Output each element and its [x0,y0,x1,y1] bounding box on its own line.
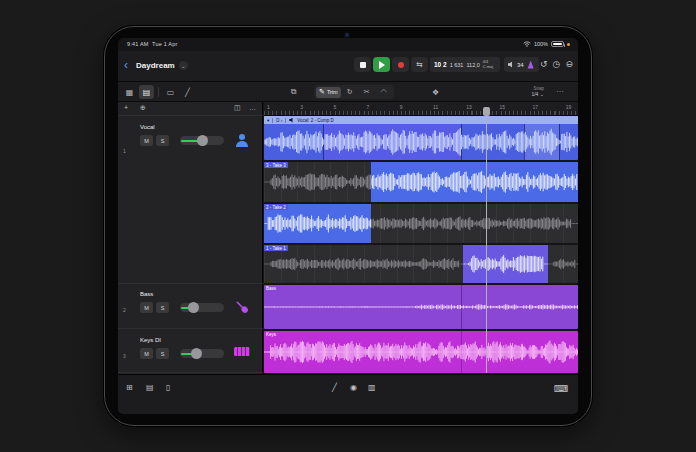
settings-icon[interactable]: ⊖ [565,58,573,70]
vocal-comp-waveform [264,124,578,160]
solo-button[interactable]: S [156,135,169,146]
track-header-keys[interactable]: 3 Keys DI M S [118,331,263,373]
ipad-device-frame: 9:41 AM Tue 1 Apr 100% ‹ Daydr [104,26,592,426]
fader-strip-icon[interactable]: ▯ [166,383,170,392]
take-lane-3[interactable]: 3 - Take 3 [264,162,578,202]
track-name: Bass [140,291,153,297]
track-name: Vocal [140,124,155,130]
wifi-icon [523,41,531,47]
plugin-knob-icon[interactable]: ◉ [350,383,357,392]
take-folder-header[interactable]: ▾ D › Vocal: 2 - Comp D [264,116,578,124]
tracks-view-icon[interactable]: ▤ [139,85,154,99]
fade-tool[interactable]: ◠ [376,87,392,98]
toolbar-divider [158,87,159,97]
mute-button[interactable]: M [140,348,153,359]
take-speaker-icon [289,118,294,123]
take-folder-label: Vocal: 2 - Comp D [297,118,334,123]
play-icon [379,61,385,69]
record-button[interactable] [392,57,409,72]
bass-region[interactable]: Bass [264,285,578,329]
project-title: Daydream [136,61,175,70]
lcd-key: C maj [483,65,493,70]
snap-value: 1/4 [531,91,538,97]
ruler-bar-number: 3 [300,104,303,110]
track-header-vocal[interactable]: 1 Vocal M S [118,116,263,284]
cycle-icon: ⇆ [416,60,423,69]
back-button[interactable]: ‹ [124,58,128,72]
ruler-bar-number: 17 [533,104,539,110]
take-badge: 2 - Take 2 [264,204,288,210]
keys-region[interactable]: Keys [264,331,578,373]
view-toolbar: ▦ ▤ ▭ ╱ ⧉ ✎ Trim ↻ ✂ ◠ ❖ Snap [118,82,578,102]
browser-view-icon[interactable]: ▦ [122,85,137,99]
snap-chevron-icon: ⌄ [540,91,544,97]
track-options-icon[interactable]: ⊕ [140,104,146,112]
editor-pencil-icon[interactable]: ╱ [332,383,337,392]
bottom-bar: ⊞ ▤ ▯ ╱ ◉ ▥ ⌨ [118,374,578,414]
take-lane-1[interactable]: 1 - Take 1 [264,245,578,283]
track-number: 2 [123,307,126,313]
lcd-tempo: 112,0 [466,62,479,68]
mic-indicator [567,43,570,46]
disclosure-icon[interactable]: ▾ [267,118,269,123]
more-options-icon[interactable]: … [556,85,564,94]
piano-editor-icon[interactable]: ▥ [368,383,376,392]
vocal-comp-region[interactable] [264,124,578,160]
automation-icon[interactable]: ╱ [180,85,195,99]
track-name: Keys DI [140,337,161,343]
take-lane-2[interactable]: 2 - Take 2 [264,204,578,243]
add-track-button[interactable]: + [124,104,128,111]
track-header-bass[interactable]: 2 Bass M S [118,285,263,329]
keys-waveform [264,331,578,373]
mute-button[interactable]: M [140,302,153,313]
ruler-bar-number: 13 [466,104,472,110]
record-icon [398,62,404,68]
ruler-bar-number: 19 [566,104,572,110]
stop-icon [360,62,366,68]
onscreen-keyboard-icon[interactable]: ⌨ [554,383,568,394]
metronome-icon[interactable] [527,61,535,69]
volume-slider[interactable] [180,303,224,312]
stop-button[interactable] [354,57,371,72]
play-button[interactable] [373,57,390,72]
take1-selected-segment[interactable] [463,245,548,283]
clock-text: 9:41 AM [127,41,149,47]
ruler-bar-number: 15 [499,104,505,110]
header-columns-icon[interactable]: ◫ [234,104,241,112]
monitor-level: 34 [517,62,524,68]
history-icon[interactable]: ◷ [553,58,561,70]
mute-button[interactable]: M [140,135,153,146]
keyboard-instrument-icon [234,347,250,356]
lcd-position: 10 2 [434,61,447,68]
copy-tool-icon[interactable]: ⧉ [286,85,301,99]
playhead-handle[interactable] [483,107,490,116]
ruler-bar-number: 1 [267,104,270,110]
timeline-area: 135791113151719 ▾ D › Vocal: 2 - Comp D [264,102,578,374]
loops-browser-icon[interactable]: ⊞ [126,383,133,392]
cycle-button[interactable]: ⇆ [411,57,428,72]
region-inspector-icon[interactable]: ▭ [163,85,178,99]
snap-control[interactable]: Snap 1/4 ⌄ [531,86,544,97]
split-tool[interactable]: ✂ [359,87,375,98]
bar-ruler[interactable]: 135791113151719 [264,102,578,116]
volume-slider[interactable] [180,136,224,145]
take3-selected-segment[interactable] [371,162,578,202]
monitor-pill[interactable]: 34 [504,57,539,72]
stamp-tool-icon[interactable]: ❖ [428,85,443,99]
header-more-icon[interactable]: … [249,104,256,111]
take-badge: 3 - Take 3 [264,162,288,168]
solo-button[interactable]: S [156,348,169,359]
project-menu-chevron-icon[interactable]: ⌄ [179,61,188,70]
undo-icon[interactable]: ↺ [540,58,548,70]
solo-button[interactable]: S [156,302,169,313]
trim-tool[interactable]: ✎ Trim [316,87,341,98]
volume-slider[interactable] [180,349,224,358]
arrange-area: + ⊕ ◫ … 1 Vocal M S [118,102,578,374]
lcd-display[interactable]: 10 2 1 631 112,0 4/4 C maj [430,57,500,72]
loop-tool[interactable]: ↻ [342,87,358,98]
ruler-bar-number: 11 [433,104,438,110]
tool-group: ✎ Trim ↻ ✂ ◠ [314,85,394,99]
mixer-icon[interactable]: ▤ [146,383,154,392]
title-bar: ‹ Daydream ⌄ ⇆ 10 2 1 631 112,0 4/4 [118,51,578,82]
playhead[interactable] [486,107,487,373]
